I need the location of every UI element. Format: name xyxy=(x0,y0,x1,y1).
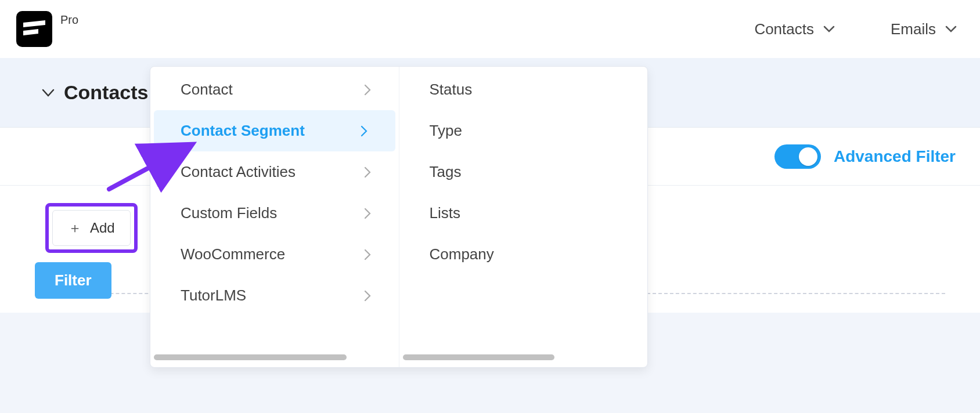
subitem-label: Status xyxy=(430,81,473,99)
subitem-label: Type xyxy=(430,122,462,140)
subitem-label: Lists xyxy=(430,204,460,222)
category-label: Contact Activities xyxy=(181,163,296,181)
chevron-right-icon xyxy=(364,208,371,219)
subitem-type[interactable]: Type xyxy=(399,110,648,151)
category-tutorlms[interactable]: TutorLMS xyxy=(150,275,399,316)
page-body: Contacts Advanced Filter ＋ Add OR Filter… xyxy=(0,58,980,413)
advanced-filter-toggle[interactable] xyxy=(774,144,821,169)
popover-categories-column[interactable]: Contact Contact Segment Contact Activiti… xyxy=(150,67,399,367)
add-button-highlight: ＋ Add xyxy=(45,203,138,253)
category-label: WooCommerce xyxy=(181,245,285,263)
pro-badge: Pro xyxy=(60,13,78,27)
scrollbar[interactable] xyxy=(154,354,347,360)
category-woocommerce[interactable]: WooCommerce xyxy=(150,234,399,275)
popover-subitems-column[interactable]: Status Type Tags Lists Company xyxy=(399,67,648,367)
subitem-tags[interactable]: Tags xyxy=(399,151,648,193)
chevron-right-icon xyxy=(361,125,368,137)
panel-title: Contacts xyxy=(64,81,148,104)
toggle-knob xyxy=(799,147,817,166)
plus-icon: ＋ xyxy=(68,219,82,237)
subitem-label: Company xyxy=(430,245,494,263)
filter-button[interactable]: Filter xyxy=(35,262,111,299)
category-label: Contact Segment xyxy=(181,122,305,140)
chevron-right-icon xyxy=(364,166,371,178)
subitem-lists[interactable]: Lists xyxy=(399,193,648,234)
advanced-filter-label: Advanced Filter xyxy=(834,147,956,166)
category-label: Contact xyxy=(181,81,233,99)
chevron-down-icon xyxy=(823,26,835,32)
category-contact-activities[interactable]: Contact Activities xyxy=(150,151,399,193)
top-bar: Pro Contacts Emails xyxy=(0,0,980,58)
category-label: Custom Fields xyxy=(181,204,277,222)
top-nav: Contacts Emails xyxy=(754,0,980,58)
add-button-label: Add xyxy=(90,220,115,236)
nav-contacts[interactable]: Contacts xyxy=(754,20,835,38)
app-logo xyxy=(16,11,52,47)
scrollbar[interactable] xyxy=(403,354,555,360)
nav-contacts-label: Contacts xyxy=(754,20,814,38)
filter-popover: Contact Contact Segment Contact Activiti… xyxy=(150,66,648,368)
category-label: TutorLMS xyxy=(181,287,246,305)
chevron-down-icon xyxy=(945,26,957,32)
chevron-right-icon xyxy=(364,249,371,260)
category-custom-fields[interactable]: Custom Fields xyxy=(150,193,399,234)
subitem-company[interactable]: Company xyxy=(399,234,648,275)
chevron-right-icon xyxy=(364,290,371,302)
chevron-down-icon xyxy=(42,89,55,97)
nav-emails-label: Emails xyxy=(891,20,936,38)
category-contact-segment[interactable]: Contact Segment xyxy=(154,110,395,151)
nav-emails[interactable]: Emails xyxy=(891,20,957,38)
subitem-label: Tags xyxy=(430,163,462,181)
subitem-status[interactable]: Status xyxy=(399,69,648,110)
category-contact[interactable]: Contact xyxy=(150,69,399,110)
chevron-right-icon xyxy=(364,84,371,96)
add-filter-button[interactable]: ＋ Add xyxy=(52,210,131,246)
